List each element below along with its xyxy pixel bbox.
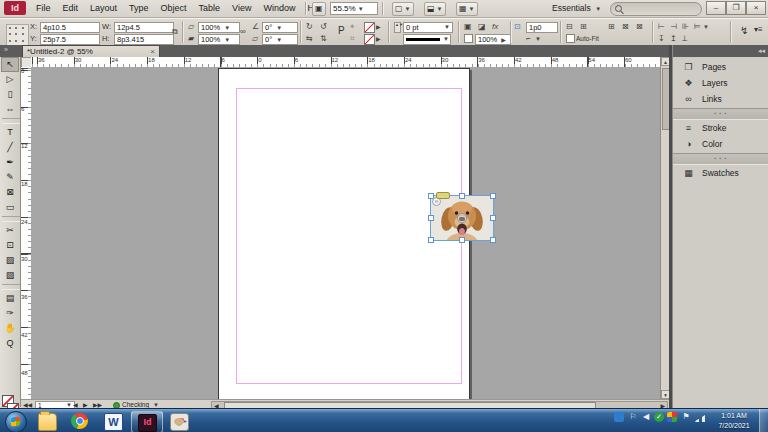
flip-vertical-icon[interactable]: ⇅ (320, 34, 327, 44)
tray-flag-icon[interactable]: ⚐ (628, 412, 638, 422)
panel-menu-icon[interactable]: ▾≡ (754, 25, 763, 34)
tool-divider[interactable] (2, 284, 20, 290)
fit-frame-icon[interactable]: ⊞ (580, 22, 587, 32)
menu-item[interactable]: Type (123, 0, 155, 16)
stroke-weight-stepper[interactable]: ▲▼ (394, 22, 401, 33)
line-tool[interactable]: ╱ (1, 140, 19, 155)
stroke-swatch-none[interactable] (364, 34, 375, 45)
wrap-none-icon[interactable]: ⊢ (658, 22, 665, 32)
type-tool[interactable]: T (1, 125, 19, 140)
page[interactable]: ∞ (218, 68, 470, 399)
height-field[interactable]: 8p3.415 (114, 34, 174, 45)
tools-panel-collapse-icon[interactable]: » (4, 46, 8, 53)
scissors-tool[interactable]: ✂ (1, 223, 19, 238)
corner-options-icon[interactable]: ⊡ (514, 22, 521, 32)
selected-image-frame[interactable]: ∞ (430, 195, 494, 241)
tray-action-flag-icon[interactable]: ⚑ (681, 412, 691, 422)
taskbar-clock[interactable]: 1:01 AM 7/20/2021 (712, 411, 756, 431)
rotate-cw-icon[interactable]: ↻ (306, 22, 313, 32)
reference-point-proxy[interactable] (6, 24, 29, 47)
rotate-ccw-icon[interactable]: ↺ (320, 22, 327, 32)
align-center-icon[interactable]: ↥ (670, 34, 677, 44)
fit-proportional-icon[interactable]: ⊠ (622, 22, 629, 32)
taskbar-word-button[interactable]: W (98, 411, 128, 431)
tool-divider[interactable] (2, 118, 20, 124)
menu-item[interactable]: Object (155, 0, 193, 16)
taskbar-chrome-button[interactable] (65, 411, 95, 431)
selection-handle[interactable] (428, 215, 434, 221)
tool-divider[interactable] (2, 216, 20, 222)
fit-center-icon[interactable]: ⊞ (608, 22, 615, 32)
minimize-button[interactable]: – (706, 1, 726, 15)
align-right-icon[interactable]: ⟂ (682, 34, 687, 44)
constrain-dimensions-icon[interactable]: ⧉ (172, 27, 178, 37)
panel-swatches[interactable]: ▦Swatches (673, 165, 768, 181)
rectangle-frame-tool[interactable]: ⊠ (1, 185, 19, 200)
tray-antivirus-icon[interactable]: ✓ (654, 412, 664, 422)
arrange-documents-button[interactable]: ▦▼ (456, 2, 478, 16)
select-container-icon[interactable]: ⌖ (350, 22, 355, 32)
dock-separator[interactable]: ▪ ▪ ▪ (673, 153, 768, 165)
y-field[interactable]: 25p7.5 (40, 34, 100, 45)
tray-volume-icon[interactable]: ◀ (641, 412, 651, 422)
width-field[interactable]: 12p4.5 (114, 22, 174, 33)
shear-field[interactable]: 0° ▼ (262, 34, 298, 45)
note-tool[interactable]: ▤ (1, 291, 19, 306)
bridge-icon[interactable]: ▣ (312, 2, 326, 16)
direct-selection-tool[interactable]: ▷ (1, 72, 19, 87)
wrap-bounding-icon[interactable]: ⊣ (670, 22, 677, 32)
menu-item[interactable]: Window (257, 0, 301, 16)
menu-item[interactable]: Table (193, 0, 227, 16)
taskbar-explorer-button[interactable] (32, 411, 62, 431)
rotation-field[interactable]: 0° ▼ (262, 22, 298, 33)
eyedropper-tool[interactable]: ✑ (1, 306, 19, 321)
fill-proportional-icon[interactable]: ⊠ (636, 22, 643, 32)
menu-item[interactable]: View (226, 0, 257, 16)
gap-tool[interactable]: ⇔ (1, 102, 19, 117)
selection-handle[interactable] (490, 215, 496, 221)
stroke-weight-field[interactable]: 0 pt ▼ (403, 22, 453, 33)
gradient-swatch-tool[interactable]: ▨ (1, 253, 19, 268)
menu-item[interactable]: Layout (84, 0, 123, 16)
flip-horizontal-icon[interactable]: ⇆ (306, 34, 313, 44)
scale-y-field[interactable]: 100% ▼ (198, 34, 240, 45)
dock-separator[interactable]: ▪ ▪ ▪ (673, 108, 768, 120)
wrap-options-icon[interactable]: ⊨▼ (694, 22, 709, 32)
scale-x-field[interactable]: 100% ▼ (198, 22, 240, 33)
hand-tool[interactable]: ✋ (1, 321, 19, 336)
selection-handle[interactable] (459, 237, 465, 243)
start-button[interactable] (5, 411, 27, 432)
quick-apply-icon[interactable]: ↯ (740, 25, 748, 36)
free-transform-tool[interactable]: ⊡ (1, 238, 19, 253)
autofit-checkbox[interactable] (566, 34, 575, 43)
pencil-tool[interactable]: ✎ (1, 170, 19, 185)
panel-layers[interactable]: ❖Layers (673, 75, 768, 91)
corner-shape-select[interactable]: ⌐ ▼ (526, 34, 541, 44)
corner-size-field[interactable]: 1p0 (526, 22, 558, 33)
selection-handle[interactable] (428, 237, 434, 243)
constrain-scale-icon[interactable]: ∞ (240, 27, 246, 37)
tab-close-icon[interactable]: × (150, 46, 155, 57)
menu-item[interactable]: Edit (57, 0, 85, 16)
panel-links[interactable]: ∞Links (673, 91, 768, 107)
close-button[interactable]: × (746, 1, 766, 15)
view-options-button[interactable]: ▢▼ (392, 2, 414, 16)
selection-handle[interactable] (459, 193, 465, 199)
drop-shadow-icon[interactable]: ◪ (478, 22, 486, 32)
pasteboard[interactable]: ∞ (31, 67, 660, 399)
page-tool[interactable]: ▯ (1, 87, 19, 102)
taskbar-paint-button[interactable] (164, 411, 194, 431)
tray-network-icon[interactable] (695, 415, 705, 422)
effects-icon[interactable]: ▣ (464, 22, 472, 32)
stroke-style-select[interactable]: ▼ (403, 34, 451, 45)
rectangle-tool[interactable]: ▭ (1, 200, 19, 215)
tray-app-icon[interactable] (614, 412, 624, 422)
fx-icon[interactable]: fx (492, 22, 498, 32)
select-content-icon[interactable]: ⌗ (350, 34, 355, 44)
zoom-tool[interactable]: Q (1, 336, 19, 351)
dock-header[interactable]: ◂◂ (673, 45, 768, 57)
screen-mode-button[interactable]: ⬓▼ (424, 2, 446, 16)
pen-tool[interactable]: ✒ (1, 155, 19, 170)
show-desktop-button[interactable] (759, 409, 768, 432)
search-input[interactable] (610, 2, 702, 16)
